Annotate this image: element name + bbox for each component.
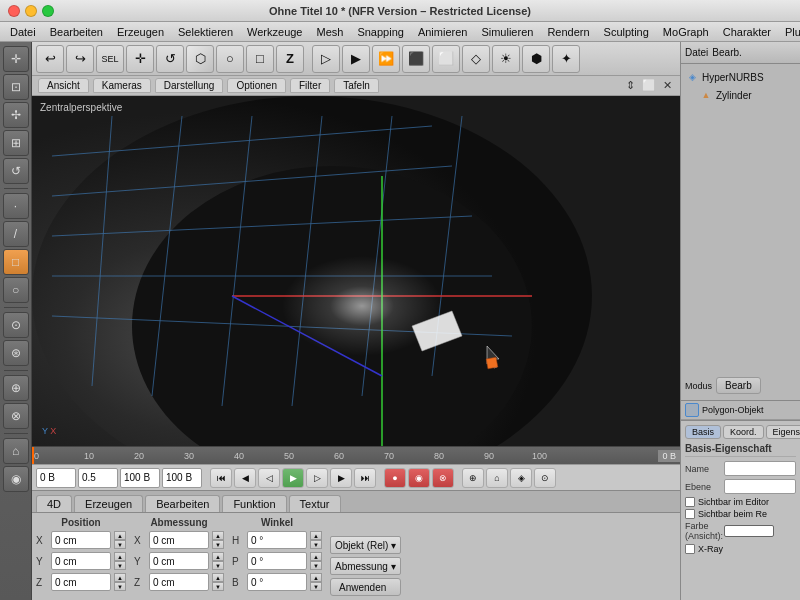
xray-check[interactable]: X-Ray <box>685 544 796 554</box>
angle-b-down[interactable]: ▼ <box>310 582 322 591</box>
tab-tafeln[interactable]: Tafeln <box>334 78 379 93</box>
tool-new-obj[interactable]: ✛ <box>126 45 154 73</box>
toolbar-cam[interactable]: ◉ <box>3 466 29 492</box>
vp-icon-expand[interactable]: ⬜ <box>640 78 658 93</box>
tab-darstellung[interactable]: Darstellung <box>155 78 224 93</box>
menu-rendern[interactable]: Rendern <box>541 25 595 39</box>
toolbar-poly[interactable]: □ <box>3 249 29 275</box>
tool-sky[interactable]: ☀ <box>492 45 520 73</box>
tab-filter[interactable]: Filter <box>290 78 330 93</box>
tool-env[interactable]: ⬢ <box>522 45 550 73</box>
color-swatch[interactable] <box>724 525 774 537</box>
toolbar-scale[interactable]: ⊞ <box>3 130 29 156</box>
meas-y-down[interactable]: ▼ <box>212 561 224 570</box>
meas-y-input[interactable]: 0 cm <box>149 552 209 570</box>
menu-mesh[interactable]: Mesh <box>310 25 349 39</box>
tree-zylinder[interactable]: ▲ Zylinder <box>685 86 796 104</box>
toolbar-snap[interactable]: ⊕ <box>3 375 29 401</box>
angle-b-up[interactable]: ▲ <box>310 573 322 582</box>
tool-film[interactable]: ▷ <box>312 45 340 73</box>
tool-rotate-3d[interactable]: ↺ <box>156 45 184 73</box>
pos-z-input[interactable]: 0 cm <box>51 573 111 591</box>
toolbar-view[interactable]: ⊙ <box>3 312 29 338</box>
menu-plug-ins[interactable]: Plug-ins <box>779 25 800 39</box>
tab-4d[interactable]: 4D <box>36 495 72 512</box>
tool-light[interactable]: ◇ <box>462 45 490 73</box>
tab-kameras[interactable]: Kameras <box>93 78 151 93</box>
tool-fx[interactable]: ✦ <box>552 45 580 73</box>
tool-select-all[interactable]: SEL <box>96 45 124 73</box>
obj-rel-dropdown[interactable]: Objekt (Rel) ▾ <box>330 536 401 554</box>
toolbar-edge[interactable]: / <box>3 221 29 247</box>
transport-next[interactable]: ▷ <box>306 468 328 488</box>
toolbar-point[interactable]: · <box>3 193 29 219</box>
angle-p-up[interactable]: ▲ <box>310 552 322 561</box>
maximize-button[interactable] <box>42 5 54 17</box>
toolbar-axis[interactable]: ⊗ <box>3 403 29 429</box>
tool-undo[interactable]: ↩ <box>36 45 64 73</box>
pos-y-input[interactable]: 0 cm <box>51 552 111 570</box>
apply-button[interactable]: Anwenden <box>330 578 401 596</box>
menu-snapping[interactable]: Snapping <box>351 25 410 39</box>
menu-selektieren[interactable]: Selektieren <box>172 25 239 39</box>
transport-record[interactable]: ⊙ <box>534 468 556 488</box>
tab-erzeugen[interactable]: Erzeugen <box>74 495 143 512</box>
angle-h-down[interactable]: ▼ <box>310 540 322 549</box>
toolbar-coord[interactable]: ⊛ <box>3 340 29 366</box>
menu-sculpting[interactable]: Sculpting <box>598 25 655 39</box>
meas-x-up[interactable]: ▲ <box>212 531 224 540</box>
meas-z-input[interactable]: 0 cm <box>149 573 209 591</box>
pos-z-down[interactable]: ▼ <box>114 582 126 591</box>
meas-x-down[interactable]: ▼ <box>212 540 224 549</box>
props-tab-koord[interactable]: Koord. <box>723 425 764 439</box>
transport-rec1[interactable]: ● <box>384 468 406 488</box>
transport-rec2[interactable]: ◉ <box>408 468 430 488</box>
menu-animieren[interactable]: Animieren <box>412 25 474 39</box>
mode-bearbeiten-btn[interactable]: Bearb <box>716 377 761 394</box>
toolbar-move[interactable]: ✢ <box>3 102 29 128</box>
meas-z-down[interactable]: ▼ <box>212 582 224 591</box>
tool-shape-3[interactable]: □ <box>246 45 274 73</box>
transport-rec3[interactable]: ⊗ <box>432 468 454 488</box>
pos-x-down[interactable]: ▼ <box>114 540 126 549</box>
angle-b-input[interactable]: 0 ° <box>247 573 307 591</box>
frame-start-field[interactable]: 0 B <box>36 468 76 488</box>
meas-z-up[interactable]: ▲ <box>212 573 224 582</box>
meas-x-input[interactable]: 0 cm <box>149 531 209 549</box>
xray-checkbox[interactable] <box>685 544 695 554</box>
close-button[interactable] <box>8 5 20 17</box>
tab-ansicht[interactable]: Ansicht <box>38 78 89 93</box>
toolbar-cursor[interactable]: ✛ <box>3 46 29 72</box>
transport-snap[interactable]: ⊕ <box>462 468 484 488</box>
menu-erzeugen[interactable]: Erzeugen <box>111 25 170 39</box>
tool-cam1[interactable]: ⬛ <box>402 45 430 73</box>
toolbar-rotate[interactable]: ↺ <box>3 158 29 184</box>
tool-shape-2[interactable]: ○ <box>216 45 244 73</box>
toolbar-select[interactable]: ⊡ <box>3 74 29 100</box>
tab-bearbeiten[interactable]: Bearbeiten <box>145 495 220 512</box>
tool-film2[interactable]: ▶ <box>342 45 370 73</box>
transport-begin[interactable]: ⏮ <box>210 468 232 488</box>
frame-end-field[interactable]: 100 B <box>120 468 160 488</box>
menu-simulieren[interactable]: Simulieren <box>475 25 539 39</box>
transport-play[interactable]: ▶ <box>282 468 304 488</box>
transport-prev[interactable]: ◀ <box>234 468 256 488</box>
angle-h-input[interactable]: 0 ° <box>247 531 307 549</box>
pos-y-down[interactable]: ▼ <box>114 561 126 570</box>
transport-next2[interactable]: ▶ <box>330 468 352 488</box>
timeline-area[interactable]: 0 10 20 30 40 50 60 70 80 90 100 0 B <box>32 446 680 464</box>
tab-funktion[interactable]: Funktion <box>222 495 286 512</box>
right-bearbeiten[interactable]: Bearb. <box>712 47 741 58</box>
menu-bearbeiten[interactable]: Bearbeiten <box>44 25 109 39</box>
vp-icon-lock[interactable]: ⇕ <box>624 78 637 93</box>
visible-render-check[interactable]: Sichtbar beim Re <box>685 509 796 519</box>
props-tab-eigen[interactable]: Eigensch <box>766 425 800 439</box>
frame-rate-field[interactable]: 0.5 <box>78 468 118 488</box>
name-input[interactable] <box>724 461 796 476</box>
meas-y-up[interactable]: ▲ <box>212 552 224 561</box>
abm-dropdown[interactable]: Abmessung ▾ <box>330 557 401 575</box>
menu-werkzeuge[interactable]: Werkzeuge <box>241 25 308 39</box>
angle-p-input[interactable]: 0 ° <box>247 552 307 570</box>
visible-editor-check[interactable]: Sichtbar im Editor <box>685 497 796 507</box>
tab-textur[interactable]: Textur <box>289 495 341 512</box>
